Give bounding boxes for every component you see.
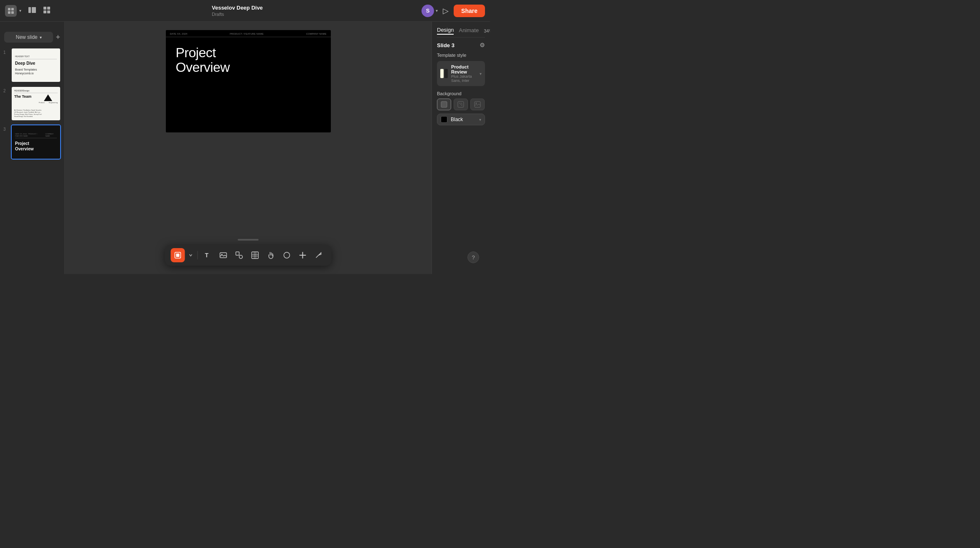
svg-rect-8 [43,10,46,13]
sidebar: New slide ▾ + 1 HEADER TEXT Deep Dive Bo… [0,22,65,274]
frame-tool-button[interactable] [171,248,185,262]
slide-canvas-header: DATE XX, 2024 PRODUCT / FEATURE NAME COM… [166,30,331,37]
svg-rect-16 [239,255,243,259]
svg-rect-3 [11,11,14,14]
svg-rect-6 [43,7,46,10]
topbar-right: S ▾ ▷ Share [421,5,485,17]
panel-view-btn[interactable] [25,5,39,17]
template-font: Plus Jakarta Sans, Inter [451,74,476,83]
bg-image-option[interactable] [470,99,485,110]
topbar-left: ▾ [5,5,53,17]
slide-number-2: 2 [3,89,8,93]
slide-item-1[interactable]: 1 HEADER TEXT Deep Dive Board TemplatesH… [3,48,61,83]
slide1-subtitle: Board TemplatesHoneycomb.io [15,68,57,75]
play-button[interactable]: ▷ [443,6,449,15]
svg-rect-5 [32,7,36,13]
project-title[interactable]: Vesselov Deep Dive [212,5,263,11]
template-style-label: Template style [437,53,485,58]
template-name: Product Review [451,64,476,74]
bg-color-swatch [441,116,447,123]
template-bar-left [440,69,444,78]
shape-tool-button[interactable] [232,248,246,262]
background-options [437,99,485,110]
slide-thumbnail-1: HEADER TEXT Deep Dive Board TemplatesHon… [11,48,61,83]
hand-tool-button[interactable] [264,248,278,262]
image-tool-button[interactable] [216,248,231,262]
template-card[interactable]: Product Review Plus Jakarta Sans, Inter … [437,61,485,86]
svg-line-28 [461,103,462,104]
slide1-title: Deep Dive [15,61,57,66]
slide2-team: Art Direction / Facilitation: Sarah Vess… [14,109,58,118]
bg-gradient-option[interactable] [454,99,468,110]
slide-thumbnail-3: DATE XX, 2024 PRODUCT / FEATURE NAME COM… [11,124,61,160]
slide-canvas[interactable]: DATE XX, 2024 PRODUCT / FEATURE NAME COM… [166,30,331,132]
grid-view-btn[interactable] [41,5,53,17]
svg-rect-15 [236,252,239,255]
slide-main-text: Project Overview [166,37,331,83]
more-tool-button[interactable] [187,248,195,262]
panel-tabs: Design Animate 34% ▾ [437,27,485,38]
svg-rect-11 [176,254,180,257]
topbar: ▾ Vesselov Deep Dive Drafts [0,0,490,22]
add-slide-button[interactable]: + [56,33,60,42]
avatar-chevron-icon[interactable]: ▾ [436,8,438,13]
background-color-selector[interactable]: Black ▾ [437,114,485,125]
view-toggle [25,5,53,17]
svg-line-27 [459,103,462,106]
slide3-title: ProjectOverview [15,141,57,152]
template-info: Product Review Plus Jakarta Sans, Inter [451,64,476,83]
slide-number-3: 3 [3,127,8,132]
text-tool-button[interactable]: T [201,248,215,262]
slide-thumbnail-2: HEADERDesign The Team ProductEngineering [11,86,61,121]
new-slide-button[interactable]: New slide ▾ [4,32,53,43]
toolbar: T [165,245,332,266]
design-tab[interactable]: Design [437,27,454,35]
svg-point-30 [476,103,477,104]
slide-item-2[interactable]: 2 HEADERDesign The Team ProductEngineeri… [3,86,61,121]
svg-point-22 [284,252,290,258]
topbar-center: Vesselov Deep Dive Drafts [212,5,263,17]
toolbar-divider-1 [198,251,198,259]
settings-icon[interactable]: ⚙ [480,42,485,48]
template-preview [440,69,448,78]
bg-color-label: Black [451,117,476,122]
avatar[interactable]: S [421,5,434,17]
scroll-indicator [238,239,259,241]
background-label: Background [437,91,485,96]
svg-rect-9 [47,10,50,13]
main-layout: New slide ▾ + 1 HEADER TEXT Deep Dive Bo… [0,22,490,274]
bg-solid-option[interactable] [437,99,451,110]
ellipse-tool-button[interactable] [280,248,294,262]
slide-label: Slide 3 ⚙ [437,42,485,48]
svg-text:T: T [205,252,209,259]
app-logo[interactable]: ▾ [5,5,21,17]
pen-tool-button[interactable] [312,248,326,262]
new-slide-bar: New slide ▾ + [4,32,60,43]
project-subtitle: Drafts [212,12,263,17]
template-bar-right [444,69,448,78]
new-slide-chevron-icon: ▾ [40,35,42,40]
slide-number-1: 1 [3,50,8,55]
svg-rect-13 [220,253,227,258]
svg-rect-7 [47,7,50,10]
logo-chevron-icon: ▾ [19,8,21,13]
bg-color-chevron-icon: ▾ [479,117,481,122]
zoom-control[interactable]: 34% ▾ [484,28,490,33]
slide2-title: The Team [14,94,31,99]
canvas-area: DATE XX, 2024 PRODUCT / FEATURE NAME COM… [65,22,432,274]
svg-rect-0 [8,8,10,10]
slide-item-3[interactable]: 3 DATE XX, 2024 PRODUCT / FEATURE NAME C… [3,124,61,160]
table-tool-button[interactable] [248,248,262,262]
svg-rect-2 [8,11,10,14]
sidebar-header [0,22,64,28]
slides-list: 1 HEADER TEXT Deep Dive Board TemplatesH… [0,46,64,274]
logo-icon [5,5,17,17]
svg-rect-17 [252,252,259,259]
share-button[interactable]: Share [454,5,485,17]
add-element-button[interactable] [296,248,310,262]
right-panel: Design Animate 34% ▾ Slide 3 ⚙ Template … [432,22,490,274]
help-button[interactable]: ? [467,251,479,263]
svg-rect-25 [441,101,447,107]
animate-tab[interactable]: Animate [459,27,479,34]
svg-rect-1 [11,8,14,10]
